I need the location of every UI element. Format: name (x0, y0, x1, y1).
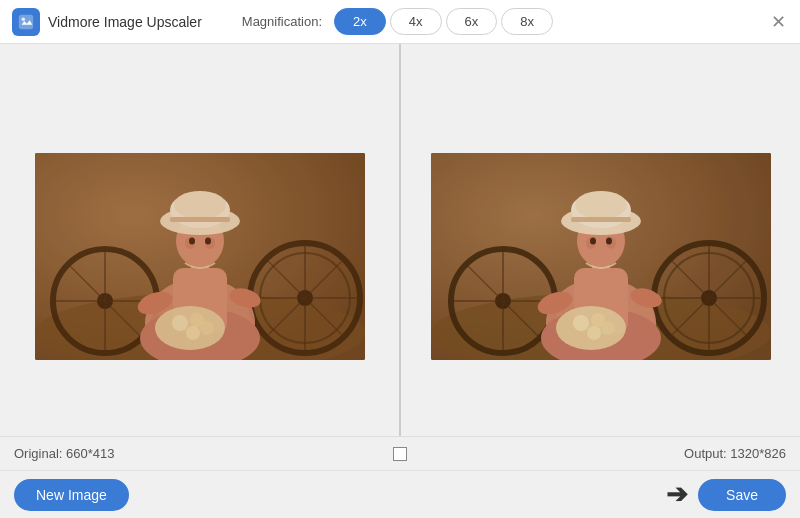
main-content (0, 44, 800, 468)
save-button[interactable]: Save (698, 479, 786, 511)
svg-rect-89 (431, 153, 771, 360)
new-image-button[interactable]: New Image (14, 479, 129, 511)
mag-2x-button[interactable]: 2x (334, 8, 386, 35)
center-square-icon (393, 447, 407, 461)
original-image-panel (0, 44, 401, 468)
output-photo-svg (431, 153, 771, 360)
output-image-panel (401, 44, 800, 468)
output-image (431, 153, 771, 360)
svg-rect-45 (35, 153, 365, 360)
magnification-label: Magnification: (242, 14, 322, 29)
app-logo (12, 8, 40, 36)
close-button[interactable]: ✕ (771, 13, 786, 31)
arrow-right-icon: ➔ (666, 479, 688, 510)
output-info: Output: 1320*826 (684, 446, 786, 461)
original-photo-svg (35, 153, 365, 360)
magnification-buttons: 2x 4x 6x 8x (334, 8, 553, 35)
info-row: Original: 660*413 Output: 1320*826 (0, 436, 800, 470)
original-image (35, 153, 365, 360)
svg-rect-0 (19, 14, 33, 28)
panel-divider (399, 44, 401, 418)
mag-4x-button[interactable]: 4x (390, 8, 442, 35)
mag-6x-button[interactable]: 6x (446, 8, 498, 35)
mag-8x-button[interactable]: 8x (501, 8, 553, 35)
action-bar: New Image ➔ Save (0, 470, 800, 518)
title-bar: Vidmore Image Upscaler Magnification: 2x… (0, 0, 800, 44)
app-title: Vidmore Image Upscaler (48, 14, 202, 30)
svg-point-1 (22, 17, 26, 21)
original-info: Original: 660*413 (14, 446, 114, 461)
save-area: ➔ Save (666, 479, 786, 511)
